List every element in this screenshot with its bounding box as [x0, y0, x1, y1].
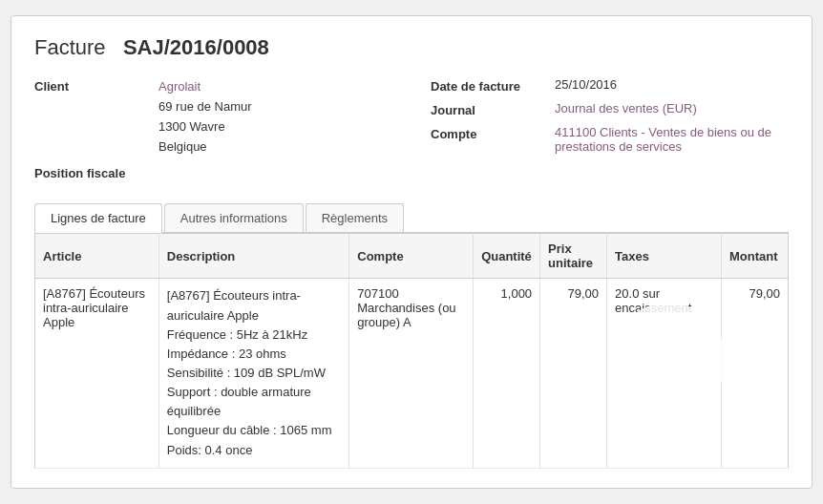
- client-address: Agrolait 69 rue de Namur 1300 Wavre Belg…: [158, 77, 392, 157]
- th-montant: Montant: [721, 234, 788, 279]
- compte-link[interactable]: 411100 Clients - Ventes de biens ou de p…: [555, 125, 771, 154]
- client-address-line2: 1300 Wavre: [158, 119, 225, 134]
- th-article: Article: [35, 234, 159, 279]
- compte-value[interactable]: 411100 Clients - Ventes de biens ou de p…: [555, 125, 789, 154]
- cell-article: [A8767] Écouteurs intra-auriculaire Appl…: [35, 279, 159, 468]
- date-label: Date de facture: [431, 77, 555, 94]
- cell-quantite: 1,000: [474, 279, 540, 468]
- left-fields: Client Agrolait 69 rue de Namur 1300 Wav…: [34, 77, 392, 188]
- client-row: Client Agrolait 69 rue de Namur 1300 Wav…: [34, 77, 392, 157]
- client-address-line3: Belgique: [158, 139, 207, 154]
- cell-prix: 79,00: [540, 279, 607, 468]
- table-header-row: Article Description Compte Quantité Prix…: [35, 234, 789, 279]
- client-value: Agrolait 69 rue de Namur 1300 Wavre Belg…: [158, 77, 392, 157]
- tab-reglements[interactable]: Règlements: [306, 203, 404, 232]
- invoice-card: Facture SAJ/2016/0008 Client Agrolait 69…: [11, 15, 812, 488]
- date-row: Date de facture 25/10/2016: [431, 77, 789, 94]
- tab-lignes[interactable]: Lignes de facture: [34, 203, 162, 233]
- fiscal-row: Position fiscale: [34, 164, 392, 180]
- invoice-fields: Client Agrolait 69 rue de Namur 1300 Wav…: [34, 77, 789, 188]
- journal-row: Journal Journal des ventes (EUR): [431, 101, 789, 117]
- journal-label: Journal: [431, 101, 555, 117]
- client-label: Client: [34, 77, 158, 94]
- cell-montant: 79,00: [721, 279, 788, 468]
- compte-label: Compte: [431, 125, 555, 141]
- invoice-title-number: SAJ/2016/0008: [123, 35, 269, 59]
- client-address-line1: 69 rue de Namur: [158, 99, 252, 114]
- th-quantite: Quantité: [474, 234, 540, 279]
- fiscal-label: Position fiscale: [34, 164, 158, 180]
- tab-autres[interactable]: Autres informations: [164, 203, 304, 232]
- th-compte: Compte: [349, 234, 474, 279]
- client-name[interactable]: Agrolait: [158, 79, 200, 94]
- invoice-title: Facture SAJ/2016/0008: [34, 35, 789, 60]
- journal-link[interactable]: Journal des ventes (EUR): [555, 101, 697, 116]
- journal-value[interactable]: Journal des ventes (EUR): [555, 101, 789, 116]
- invoice-table: Article Description Compte Quantité Prix…: [34, 233, 789, 468]
- right-fields: Date de facture 25/10/2016 Journal Journ…: [431, 77, 789, 188]
- cell-description: [A8767] Écouteurs intra-auriculaire Appl…: [158, 279, 349, 468]
- th-prix: Prix unitaire: [540, 234, 607, 279]
- date-value: 25/10/2016: [555, 77, 789, 92]
- cell-taxes: 20.0 sur encaissement: [607, 279, 722, 468]
- th-taxes: Taxes: [607, 234, 722, 279]
- table-row: [A8767] Écouteurs intra-auriculaire Appl…: [35, 279, 789, 468]
- invoice-title-prefix: Facture: [34, 35, 106, 59]
- tab-bar: Lignes de facture Autres informations Rè…: [34, 203, 789, 233]
- cell-compte: 707100 Marchandises (ou groupe) A: [349, 279, 474, 468]
- th-description: Description: [158, 234, 349, 279]
- compte-row: Compte 411100 Clients - Ventes de biens …: [431, 125, 789, 154]
